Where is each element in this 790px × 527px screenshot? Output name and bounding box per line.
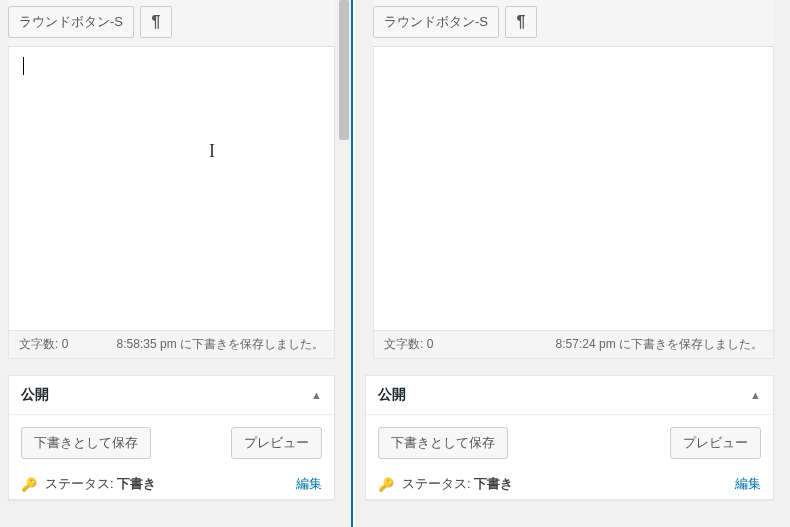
wordcount-label: 文字数:: [384, 337, 423, 351]
scrollbar-thumb[interactable]: [339, 0, 349, 140]
wordcount-label: 文字数:: [19, 337, 58, 351]
status-value: 下書き: [474, 476, 513, 491]
wordcount: 文字数: 0: [384, 336, 433, 353]
save-draft-button[interactable]: 下書きとして保存: [21, 427, 151, 459]
text-caret: [23, 57, 24, 75]
publish-metabox-header[interactable]: 公開 ▲: [9, 376, 334, 415]
pane-right: ラウンドボタン-S ¶ 文字数: 0 8:57:24 pm に下書きを保存しまし…: [355, 0, 790, 527]
scrollbar[interactable]: [776, 0, 790, 527]
autosave-suffix: に下書きを保存しました。: [177, 337, 324, 351]
key-icon: 🔑: [378, 477, 394, 492]
publish-metabox: 公開 ▲ 下書きとして保存 プレビュー 🔑 ステータス: 下書き: [8, 375, 335, 500]
autosave-status: 8:58:35 pm に下書きを保存しました。: [117, 336, 324, 353]
round-button-s[interactable]: ラウンドボタン-S: [373, 6, 499, 38]
autosave-time: 8:58:35 pm: [117, 337, 177, 351]
wordcount: 文字数: 0: [19, 336, 68, 353]
editor-body[interactable]: I: [8, 47, 335, 331]
autosave-suffix: に下書きを保存しました。: [616, 337, 763, 351]
publish-heading: 公開: [21, 386, 49, 404]
editor-statusbar: 文字数: 0 8:57:24 pm に下書きを保存しました。: [373, 331, 774, 359]
editor-content[interactable]: [374, 47, 773, 67]
pilcrow-icon: ¶: [517, 13, 526, 31]
save-draft-button[interactable]: 下書きとして保存: [378, 427, 508, 459]
mouse-cursor-ibeam: I: [209, 141, 215, 162]
round-button-s[interactable]: ラウンドボタン-S: [8, 6, 134, 38]
scrollbar[interactable]: [337, 0, 351, 172]
publish-metabox: 公開 ▲ 下書きとして保存 プレビュー 🔑 ステータス: 下書き: [365, 375, 774, 500]
wordcount-value: 0: [62, 337, 69, 351]
preview-button[interactable]: プレビュー: [231, 427, 322, 459]
status-label: ステータス:: [45, 476, 114, 491]
autosave-status: 8:57:24 pm に下書きを保存しました。: [556, 336, 763, 353]
status-edit-link[interactable]: 編集: [296, 475, 322, 493]
status-label: ステータス:: [402, 476, 471, 491]
publish-metabox-body: 下書きとして保存 プレビュー 🔑 ステータス: 下書き 編集: [9, 415, 334, 499]
editor-statusbar: 文字数: 0 8:58:35 pm に下書きを保存しました。: [8, 331, 335, 359]
editor-body[interactable]: [373, 47, 774, 331]
editor-toolbar: ラウンドボタン-S ¶: [373, 0, 774, 47]
pane-left: ラウンドボタン-S ¶ I 文字数: 0 8:58:35 pm に下書きを保存し…: [0, 0, 351, 527]
status-value: 下書き: [117, 476, 156, 491]
key-icon: 🔑: [21, 477, 37, 492]
publish-metabox-header[interactable]: 公開 ▲: [366, 376, 773, 415]
metabox-toggle-icon[interactable]: ▲: [750, 389, 761, 401]
editor-toolbar-wrap: ラウンドボタン-S ¶ 文字数: 0 8:57:24 pm に下書きを保存しまし…: [365, 0, 774, 359]
editor-toolbar-wrap: ラウンドボタン-S ¶ I 文字数: 0 8:58:35 pm に下書きを保存し…: [0, 0, 335, 359]
publish-heading: 公開: [378, 386, 406, 404]
status-line: 🔑 ステータス: 下書き 編集: [21, 475, 322, 493]
autosave-time: 8:57:24 pm: [556, 337, 616, 351]
editor-toolbar: ラウンドボタン-S ¶: [8, 0, 335, 47]
status-edit-link[interactable]: 編集: [735, 475, 761, 493]
editor-content[interactable]: [9, 47, 334, 85]
metabox-toggle-icon[interactable]: ▲: [311, 389, 322, 401]
wordcount-value: 0: [427, 337, 434, 351]
pilcrow-icon: ¶: [152, 13, 161, 31]
preview-button[interactable]: プレビュー: [670, 427, 761, 459]
pilcrow-button[interactable]: ¶: [140, 6, 172, 38]
publish-metabox-body: 下書きとして保存 プレビュー 🔑 ステータス: 下書き 編集: [366, 415, 773, 499]
pilcrow-button[interactable]: ¶: [505, 6, 537, 38]
status-line: 🔑 ステータス: 下書き 編集: [378, 475, 761, 493]
